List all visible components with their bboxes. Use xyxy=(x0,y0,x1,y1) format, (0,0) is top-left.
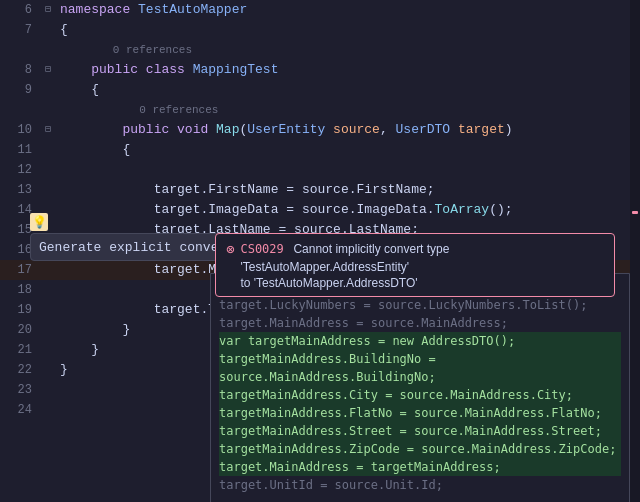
code-line-14: 14 target.ImageData = source.ImageData.T… xyxy=(0,200,640,220)
line-num-17: 17 xyxy=(0,260,40,280)
code-added-1: var targetMainAddress = new AddressDTO()… xyxy=(219,332,621,350)
error-scroll-marker xyxy=(632,211,638,214)
gutter-8[interactable]: ⊟ xyxy=(40,60,56,80)
line-num-24: 24 xyxy=(0,400,40,420)
line-num-9: 9 xyxy=(0,80,40,100)
ref-comment-method: 0 references xyxy=(0,100,640,120)
gutter-10[interactable]: ⊟ xyxy=(40,120,56,140)
line-content-8: public class MappingTest xyxy=(56,60,640,80)
code-ellipsis: ... xyxy=(219,494,621,502)
line-num-23: 23 xyxy=(0,380,40,400)
error-tooltip: ⊗ CS0029 Cannot implicitly convert type … xyxy=(215,233,615,297)
suggestion-code-block: target.LastName = source.LastName; targe… xyxy=(211,274,629,502)
code-added-4: targetMainAddress.FlatNo = source.MainAd… xyxy=(219,404,621,422)
ref-comment-class: 0 references xyxy=(0,40,640,60)
code-line-12: 12 xyxy=(0,160,640,180)
line-num-19: 19 xyxy=(0,300,40,320)
line-num-8: 8 xyxy=(0,60,40,80)
line-content-9: { xyxy=(56,80,640,100)
line-num-18: 18 xyxy=(0,280,40,300)
lightbulb-icon[interactable]: 💡 xyxy=(30,213,48,231)
code-added-6: targetMainAddress.ZipCode = source.MainA… xyxy=(219,440,621,458)
line-content-7: { xyxy=(56,20,640,40)
line-content-6: namespace TestAutoMapper xyxy=(56,0,640,20)
line-num-21: 21 xyxy=(0,340,40,360)
code-line-9: 9 { xyxy=(0,80,640,100)
line-num-7: 7 xyxy=(0,20,40,40)
error-tooltip-content: CS0029 Cannot implicitly convert type 'T… xyxy=(240,240,604,290)
suggestion-panel: target.LastName = source.LastName; targe… xyxy=(210,273,630,502)
code-added-3: targetMainAddress.City = source.MainAddr… xyxy=(219,386,621,404)
line-content-12 xyxy=(56,160,640,180)
error-code-line: CS0029 Cannot implicitly convert type 'T… xyxy=(240,240,604,276)
code-added-7: target.MainAddress = targetMainAddress; xyxy=(219,458,621,476)
error-circle-icon: ⊗ xyxy=(226,241,234,258)
code-normal-2: target.LuckyNumbers = source.LuckyNumber… xyxy=(219,296,621,314)
gutter-6[interactable]: ⊟ xyxy=(40,0,56,20)
ref-comment-text-method: 0 references xyxy=(56,100,640,120)
line-num-13: 13 xyxy=(0,180,40,200)
code-line-10: 10 ⊟ public void Map(UserEntity source, … xyxy=(0,120,640,140)
code-added-2: targetMainAddress.BuildingNo = source.Ma… xyxy=(219,350,621,386)
code-line-13: 13 target.FirstName = source.FirstName; xyxy=(0,180,640,200)
code-normal-4: target.UnitId = source.Unit.Id; xyxy=(219,476,621,494)
line-num-6: 6 xyxy=(0,0,40,20)
line-content-10: public void Map(UserEntity source, UserD… xyxy=(56,120,640,140)
scrollbar-track[interactable] xyxy=(630,0,640,502)
line-content-14: target.ImageData = source.ImageData.ToAr… xyxy=(56,200,640,220)
line-content-13: target.FirstName = source.FirstName; xyxy=(56,180,640,200)
error-code: CS0029 xyxy=(240,242,283,256)
error-message-part2: to 'TestAutoMapper.AddressDTO' xyxy=(240,276,604,290)
line-num-10: 10 xyxy=(0,120,40,140)
code-line-8: 8 ⊟ public class MappingTest xyxy=(0,60,640,80)
line-num-12: 12 xyxy=(0,160,40,180)
line-num-11: 11 xyxy=(0,140,40,160)
line-content-11: { xyxy=(56,140,640,160)
code-line-7: 7 { xyxy=(0,20,640,40)
code-line-6: 6 ⊟ namespace TestAutoMapper xyxy=(0,0,640,20)
code-added-5: targetMainAddress.Street = source.MainAd… xyxy=(219,422,621,440)
error-tooltip-header: ⊗ CS0029 Cannot implicitly convert type … xyxy=(226,240,604,290)
code-line-11: 11 { xyxy=(0,140,640,160)
ref-comment-text-class: 0 references xyxy=(56,40,640,60)
code-normal-3: target.MainAddress = source.MainAddress; xyxy=(219,314,621,332)
line-num-22: 22 xyxy=(0,360,40,380)
line-num-20: 20 xyxy=(0,320,40,340)
